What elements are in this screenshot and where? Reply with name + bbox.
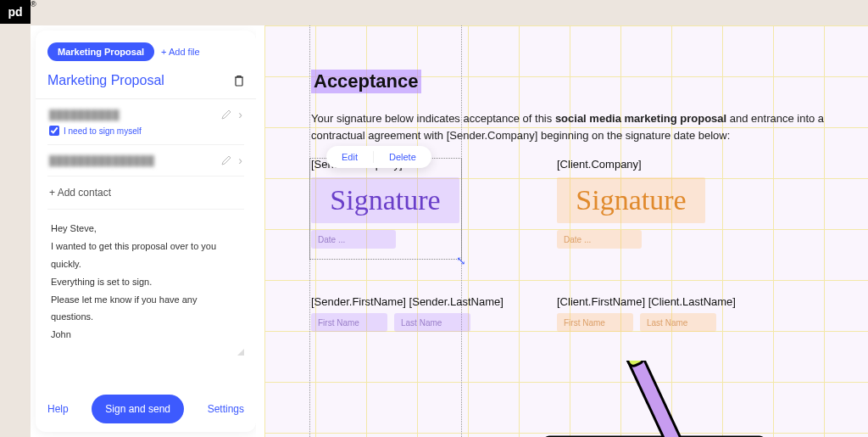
delete-button[interactable]: Delete: [389, 152, 416, 162]
field-toolbar: Edit Delete: [326, 146, 431, 168]
contact-name: ███████████████: [49, 155, 154, 165]
section-heading[interactable]: Acceptance: [311, 70, 421, 93]
client-lastname-field[interactable]: Last Name: [640, 313, 716, 332]
message-line: Everything is set to sign.: [51, 273, 241, 291]
register-mark: ®: [31, 0, 36, 8]
sidebar: Marketing Proposal + Add file Marketing …: [36, 31, 256, 432]
client-name-label: [Client.FirstName] [Client.LastName]: [557, 295, 786, 308]
message-line: I wanted to get this proposal over to yo…: [51, 238, 241, 273]
pencil-icon[interactable]: [221, 109, 231, 120]
chevron-right-icon: ›: [238, 154, 242, 167]
message-line: John: [51, 326, 241, 344]
client-signature-field[interactable]: Signature: [557, 177, 705, 223]
svg-rect-5: [625, 361, 685, 437]
sign-and-send-button[interactable]: Sign and send: [92, 395, 184, 423]
sign-myself-checkbox[interactable]: [49, 126, 59, 136]
pencil-icon[interactable]: [221, 155, 231, 165]
contact-name: ██████████: [49, 109, 120, 120]
client-firstname-field[interactable]: First Name: [557, 313, 633, 332]
sender-name-label: [Sender.FirstName] [Sender.LastName]: [311, 295, 540, 308]
toolbar-separator: [373, 151, 374, 163]
workspace: Marketing Proposal + Add file Marketing …: [31, 25, 868, 437]
message-line: Please let me know if you have any quest…: [51, 291, 241, 327]
guide-line: [309, 25, 310, 437]
contact-row-2[interactable]: ███████████████ ›: [47, 145, 244, 176]
client-company-label: [Client.Company]: [557, 158, 777, 171]
document-tab[interactable]: Marketing Proposal: [47, 42, 154, 61]
settings-link[interactable]: Settings: [208, 403, 244, 415]
trash-icon[interactable]: [234, 75, 244, 87]
text-bold: social media marketing proposal: [555, 112, 726, 125]
app-logo: pd: [0, 0, 31, 24]
add-contact-button[interactable]: + Add contact: [47, 176, 244, 210]
document-title[interactable]: Marketing Proposal: [47, 73, 164, 88]
editor-canvas[interactable]: Acceptance Your signature below indicate…: [256, 25, 868, 437]
sender-date-field[interactable]: Date ...: [311, 230, 396, 249]
sender-firstname-field[interactable]: First Name: [311, 313, 387, 332]
resize-handle-icon[interactable]: ⤡: [456, 254, 466, 264]
svg-rect-0: [236, 77, 242, 86]
message-textarea[interactable]: Hey Steve, I wanted to get this proposal…: [47, 210, 244, 356]
chevron-right-icon: ›: [238, 108, 242, 121]
sender-lastname-field[interactable]: Last Name: [394, 313, 470, 332]
sender-signature-field[interactable]: Signature: [311, 177, 459, 223]
signature-illustration: [527, 361, 782, 437]
add-file-link[interactable]: + Add file: [161, 47, 200, 57]
resize-handle-icon[interactable]: [237, 349, 244, 356]
client-date-field[interactable]: Date ...: [557, 230, 642, 249]
contact-row-1[interactable]: ██████████ › I need to sign myself: [47, 99, 244, 145]
body-text[interactable]: Your signature below indicates acceptanc…: [311, 110, 826, 144]
help-link[interactable]: Help: [47, 403, 69, 415]
message-line: Hey Steve,: [51, 220, 241, 238]
sign-myself-label: I need to sign myself: [64, 126, 142, 136]
edit-button[interactable]: Edit: [342, 152, 358, 162]
text: Your signature below indicates acceptanc…: [311, 112, 555, 125]
